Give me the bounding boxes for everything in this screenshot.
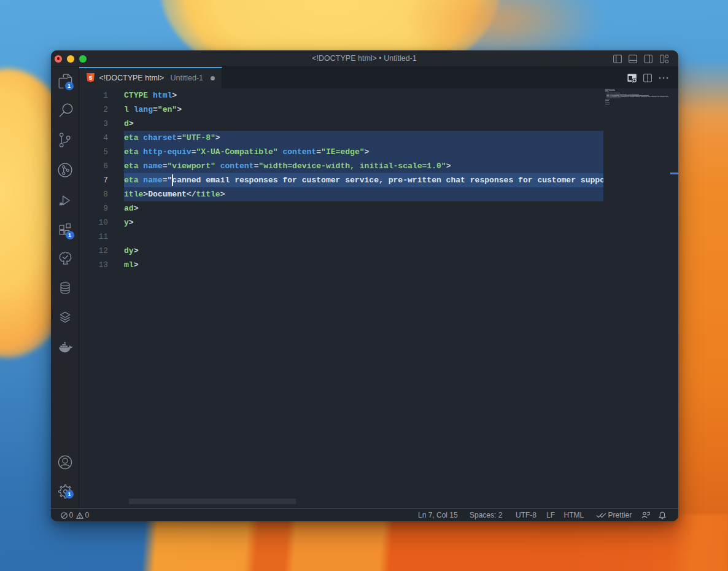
svg-text:5: 5: [88, 74, 92, 81]
